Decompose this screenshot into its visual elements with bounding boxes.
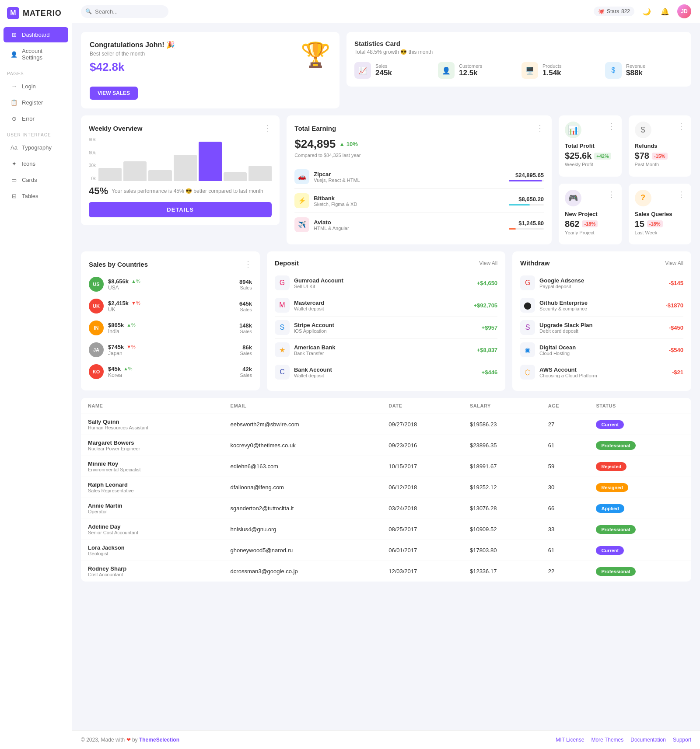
theme-toggle-button[interactable]: 🌙 <box>640 6 653 17</box>
table-row: Annie MartinOperator sganderton2@tuttoci… <box>81 498 691 519</box>
nav-label-account-settings: Account Settings <box>22 48 61 61</box>
withdraw-name-2: Upgrade Slack Plan <box>539 322 592 328</box>
withdraw-logo-4: ⬡ <box>520 365 535 380</box>
deposit-amount-2: +$957 <box>482 324 498 331</box>
sidebar-item-tables[interactable]: ⊟Tables <box>4 188 68 204</box>
sales-queries-menu[interactable]: ⋮ <box>677 190 685 199</box>
earning-amount-row: $24,895 ▲ 10% <box>294 137 544 151</box>
withdraw-logo-3: ◉ <box>520 342 535 357</box>
sales-queries-badge: -18% <box>647 220 663 227</box>
sidebar-item-dashboard[interactable]: ⊞Dashboard <box>4 27 68 42</box>
th-name: NAME <box>81 398 224 414</box>
td-status-6: Current <box>589 540 691 561</box>
earning-left-2: ✈️ Aviato HTML & Angular <box>294 217 349 232</box>
td-email-7: dcrossman3@google.co.jp <box>224 561 382 582</box>
th-salary: SALARY <box>463 398 541 414</box>
chart-area: 90k 60k 30k 0k <box>89 137 272 181</box>
new-project-icon: 🎮 <box>565 190 581 206</box>
withdraw-view-all[interactable]: View All <box>665 260 683 266</box>
nav-label-tables: Tables <box>22 193 38 199</box>
td-age-5: 33 <box>541 519 589 540</box>
td-email-2: ediehn6@163.com <box>224 456 382 477</box>
mini-cards-row1: 📊 ⋮ Total Profit $25.6k +42% Weekly Prof… <box>559 115 691 177</box>
sidebar-item-typography[interactable]: AaTypography <box>4 140 68 155</box>
td-email-0: eebsworth2m@sbwire.com <box>224 414 382 435</box>
refunds-menu[interactable]: ⋮ <box>677 122 685 131</box>
new-project-menu[interactable]: ⋮ <box>608 190 616 199</box>
footer-author: ThemeSelection <box>139 737 179 743</box>
weekly-col: Weekly Overview ⋮ 90k 60k 30k 0k <box>81 115 280 244</box>
header-actions: 🐙 Stars 822 🌙 🔔 JD <box>594 4 691 18</box>
sidebar-item-error[interactable]: ⊙Error <box>4 111 68 126</box>
country-sales-label-0: Sales <box>239 285 252 290</box>
deposit-card: Deposit View All G Gumroad Account Sell … <box>267 251 505 391</box>
withdraw-col: Withdraw View All G Google Adsense Paypa… <box>512 251 691 391</box>
deposit-logo-3: ★ <box>275 342 290 357</box>
stat-label-sales: Sales <box>375 63 392 69</box>
country-left-2: IN $865k ▲% India <box>89 321 136 335</box>
footer-link-documentation[interactable]: Documentation <box>630 737 666 743</box>
status-badge-4: Applied <box>596 504 624 513</box>
earning-menu[interactable]: ⋮ <box>536 123 544 133</box>
td-email-1: kocrevy0@thetimes.co.uk <box>224 435 382 456</box>
sidebar-item-register[interactable]: 📋Register <box>4 95 68 110</box>
total-profit-menu[interactable]: ⋮ <box>608 122 616 131</box>
statistics-title: Statistics Card <box>354 40 683 47</box>
refunds-badge: -15% <box>652 153 668 160</box>
footer-link-more-themes[interactable]: More Themes <box>591 737 623 743</box>
sidebar-item-cards[interactable]: ▭Cards <box>4 172 68 188</box>
bar-4 <box>199 142 222 181</box>
nav-icon-error: ⊙ <box>10 115 18 122</box>
th-age: AGE <box>541 398 589 414</box>
new-project-value: 862 <box>565 219 579 229</box>
country-sales-num-2: 148k <box>239 322 252 329</box>
new-project-sub: Yearly Project <box>565 230 615 235</box>
sidebar-pages-section: PAGES <box>0 66 72 78</box>
avatar[interactable]: JD <box>677 4 691 18</box>
performance-section: 45% Your sales performance is 45% 😎 bett… <box>89 185 272 198</box>
view-sales-button[interactable]: VIEW SALES <box>90 87 138 100</box>
main-content: 🔍 🐙 Stars 822 🌙 🔔 JD Cong <box>72 0 700 749</box>
earning-sub-2: HTML & Angular <box>314 226 349 231</box>
deposit-name-2: Stripe Account <box>294 322 334 328</box>
deposit-view-all[interactable]: View All <box>479 260 497 266</box>
stat-label-revenue: Revenue <box>626 63 645 69</box>
stars-badge[interactable]: 🐙 Stars 822 <box>594 7 634 16</box>
congrats-amount: $42.8k <box>90 60 331 74</box>
status-badge-6: Current <box>596 546 624 555</box>
sidebar-item-icons[interactable]: ✦Icons <box>4 156 68 171</box>
footer-link-support[interactable]: Support <box>673 737 691 743</box>
deposit-sub-4: Wallet deposit <box>294 373 332 378</box>
country-amount-3: $745k <box>108 344 124 350</box>
nav-icon-account-settings: 👤 <box>10 51 18 58</box>
congrats-title: Congratulations John! 🎉 <box>90 41 331 49</box>
table-row: Lora JacksonGeologist ghoneywood5@narod.… <box>81 540 691 561</box>
github-icon: 🐙 <box>598 8 605 14</box>
td-status-5: Professional <box>589 519 691 540</box>
table-row: Margaret BowersNuclear Power Engineer ko… <box>81 435 691 456</box>
weekly-menu[interactable]: ⋮ <box>264 123 272 133</box>
td-name-5: Adeline DaySenior Cost Accountant <box>81 519 224 540</box>
country-left-0: US $8,656k ▲% USA <box>89 277 140 292</box>
sidebar-item-account-settings[interactable]: 👤Account Settings <box>4 43 68 65</box>
statistics-col: Statistics Card Total 48.5% growth 😎 thi… <box>346 32 691 108</box>
row-4: NAMEEMAILDATESALARYAGESTATUS Sally Quinn… <box>81 398 691 582</box>
search-icon: 🔍 <box>85 8 92 14</box>
earning-amount-1: $8,650.20 <box>518 196 544 202</box>
details-button[interactable]: DETAILS <box>89 202 272 217</box>
total-profit-value-row: $25.6k +42% <box>565 151 615 161</box>
weekly-card-header: Weekly Overview ⋮ <box>89 123 272 133</box>
withdraw-header: Withdraw View All <box>520 259 683 267</box>
earning-item-1: ⚡ Bitbank Sketch, Figma & XD $8,650.20 <box>294 189 544 213</box>
performance-text: Your sales performance is 45% 😎 better c… <box>112 188 263 194</box>
notifications-button[interactable]: 🔔 <box>659 6 671 17</box>
table-head: NAMEEMAILDATESALARYAGESTATUS <box>81 398 691 414</box>
sidebar-logo: M MATERIO <box>0 0 72 26</box>
sidebar-item-login[interactable]: →Login <box>4 79 68 94</box>
footer-link-mit-license[interactable]: MIT License <box>556 737 584 743</box>
earning-progress-1: $8,650.20 <box>509 196 544 206</box>
countries-menu[interactable]: ⋮ <box>244 259 252 269</box>
sales-queries-header: ? ⋮ <box>635 190 685 206</box>
status-badge-3: Resigned <box>596 483 628 492</box>
search-input[interactable] <box>81 5 168 18</box>
